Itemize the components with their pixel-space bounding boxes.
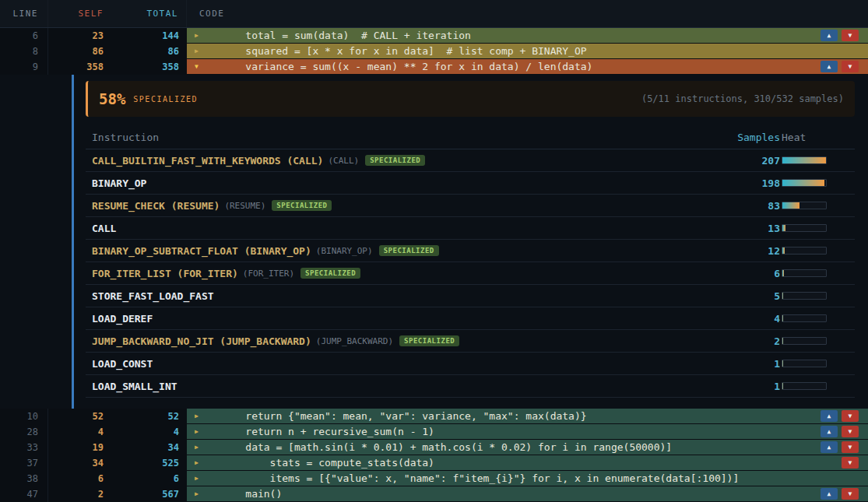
specialized-badge: SPECIALIZED	[379, 245, 439, 256]
self-samples: 86	[48, 44, 113, 59]
column-header-instruction: Instruction	[92, 132, 726, 143]
self-samples: 358	[48, 59, 113, 75]
code-row-line-10[interactable]: 10 52 52 ▶ return {"mean": mean, "var": …	[0, 409, 868, 424]
move-up-button[interactable]: ▲	[821, 488, 838, 500]
expand-toggle-icon[interactable]: ▶	[195, 440, 207, 455]
self-samples: 4	[48, 424, 113, 440]
move-up-button[interactable]: ▲	[821, 426, 838, 437]
instruction-base-opcode: (FOR_ITER)	[243, 269, 294, 279]
expand-toggle-icon[interactable]: ▶	[195, 28, 207, 44]
line-number: 10	[0, 409, 48, 424]
move-up-button[interactable]: ▲	[821, 441, 838, 453]
row-buttons: ▲ ▼	[821, 441, 859, 453]
code-rows-top: 6 23 144 ▶ total = sum(data) # CALL + it…	[0, 28, 868, 75]
column-header-samples: Samples	[726, 132, 780, 143]
instruction-samples: 6	[726, 268, 780, 279]
instruction-base-opcode: (JUMP_BACKWARD)	[316, 336, 393, 346]
instruction-rows: CALL_BUILTIN_FAST_WITH_KEYWORDS (CALL) (…	[86, 149, 855, 398]
instruction-samples: 5	[726, 290, 780, 302]
instruction-row: BINARY_OP_SUBTRACT_FLOAT (BINARY_OP) (BI…	[86, 240, 855, 262]
code-row-line-9[interactable]: 9 358 358 ▼ variance = sum((x - mean) **…	[0, 59, 868, 75]
line-number: 38	[0, 471, 48, 486]
code-text: variance = sum((x - mean) ** 2 for x in …	[221, 59, 592, 75]
move-down-button[interactable]: ▼	[842, 61, 859, 72]
instruction-name: LOAD_SMALL_INT	[92, 381, 177, 392]
code-text: return n + recursive_sum(n - 1)	[221, 424, 434, 440]
specialized-badge: SPECIALIZED	[272, 200, 332, 211]
code-row-line-33[interactable]: 33 19 34 ▶ data = [math.sin(i * 0.01) + …	[0, 440, 868, 455]
heat-bar-fill	[782, 293, 783, 299]
code-rows-bottom: 10 52 52 ▶ return {"mean": mean, "var": …	[0, 409, 868, 502]
code-text: stats = compute_stats(data)	[221, 455, 434, 471]
code-row-line-37[interactable]: 37 34 525 ▶ stats = compute_stats(data) …	[0, 455, 868, 471]
total-samples: 525	[113, 455, 187, 471]
instruction-samples: 1	[726, 381, 780, 392]
code-text: return {"mean": mean, "var": variance, "…	[221, 409, 587, 424]
line-number: 37	[0, 455, 48, 471]
total-samples: 52	[113, 409, 187, 424]
move-down-button[interactable]: ▼	[842, 426, 859, 437]
row-buttons: ▲ ▼	[821, 426, 859, 437]
heat-bar-fill	[782, 338, 783, 344]
code-row-line-47[interactable]: 47 2 567 ▶ main() ▲ ▼	[0, 486, 868, 502]
heat-bar-fill	[782, 180, 824, 186]
heat-bar-fill	[782, 270, 784, 276]
instruction-base-opcode: (RESUME)	[224, 201, 265, 211]
heat-bar	[782, 247, 827, 255]
total-samples: 4	[113, 424, 187, 440]
row-buttons: ▲ ▼	[821, 61, 859, 72]
code-cell: ▶ total = sum(data) # CALL + iteration ▲…	[187, 28, 868, 44]
column-header-heat: Heat	[780, 132, 849, 143]
total-samples: 567	[113, 486, 187, 502]
expand-toggle-icon[interactable]: ▼	[195, 59, 207, 75]
move-up-button[interactable]: ▲	[821, 30, 838, 41]
code-row-line-6[interactable]: 6 23 144 ▶ total = sum(data) # CALL + it…	[0, 28, 868, 44]
instruction-name: BINARY_OP	[92, 177, 146, 189]
profiler-app: LINE SELF TOTAL CODE 6 23 144 ▶ total = …	[0, 0, 868, 502]
total-samples: 34	[113, 440, 187, 455]
row-buttons: ▲ ▼	[821, 410, 859, 422]
expand-toggle-icon[interactable]: ▶	[195, 424, 207, 440]
instruction-name: CALL_BUILTIN_FAST_WITH_KEYWORDS (CALL)	[92, 155, 323, 167]
total-samples: 6	[113, 471, 187, 486]
column-header-total: TOTAL	[113, 0, 187, 27]
expand-toggle-icon[interactable]: ▶	[195, 44, 207, 59]
expand-toggle-icon[interactable]: ▶	[195, 409, 207, 424]
code-row-line-8[interactable]: 8 86 86 ▶ squared = [x * x for x in data…	[0, 44, 868, 59]
expand-toggle-icon[interactable]: ▶	[195, 455, 207, 471]
total-samples: 86	[113, 44, 187, 59]
move-down-button[interactable]: ▼	[842, 488, 859, 500]
instruction-table: Instruction Samples Heat CALL_BUILTIN_FA…	[86, 126, 855, 398]
instruction-name: BINARY_OP_SUBTRACT_FLOAT (BINARY_OP)	[92, 245, 311, 257]
instruction-row: CALL 13	[86, 217, 855, 240]
heat-bar	[782, 269, 827, 277]
self-samples: 23	[48, 28, 113, 44]
code-cell: ▼ variance = sum((x - mean) ** 2 for x i…	[187, 59, 868, 75]
move-up-button[interactable]: ▲	[821, 61, 838, 72]
expand-toggle-icon[interactable]: ▶	[195, 471, 207, 486]
total-samples: 144	[113, 28, 187, 44]
move-down-button[interactable]: ▼	[842, 410, 859, 422]
total-samples: 358	[113, 59, 187, 75]
expand-toggle-icon[interactable]: ▶	[195, 486, 207, 502]
instruction-row: CALL_BUILTIN_FAST_WITH_KEYWORDS (CALL) (…	[86, 149, 855, 172]
heat-bar-fill	[782, 360, 783, 367]
code-row-line-28[interactable]: 28 4 4 ▶ return n + recursive_sum(n - 1)…	[0, 424, 868, 440]
move-down-button[interactable]: ▼	[842, 30, 859, 41]
heat-bar	[782, 382, 827, 390]
instruction-row: JUMP_BACKWARD_NO_JIT (JUMP_BACKWARD) (JU…	[86, 330, 855, 353]
instruction-name: LOAD_DEREF	[92, 313, 153, 325]
row-buttons: ▲ ▼	[821, 30, 859, 41]
code-text: items = [{"value": x, "name": f"item_{i}…	[221, 471, 739, 486]
heat-bar	[782, 156, 827, 164]
self-samples: 34	[48, 455, 113, 471]
code-text: main()	[221, 486, 282, 502]
move-down-button[interactable]: ▼	[842, 441, 859, 453]
move-down-button[interactable]: ▼	[842, 457, 859, 469]
heat-bar	[782, 292, 827, 300]
code-text: data = [math.sin(i * 0.01) + math.cos(i …	[221, 440, 672, 455]
move-up-button[interactable]: ▲	[821, 410, 838, 422]
code-row-line-38[interactable]: 38 6 6 ▶ items = [{"value": x, "name": f…	[0, 471, 868, 486]
code-cell: ▶ return n + recursive_sum(n - 1) ▲ ▼	[187, 424, 868, 440]
heat-bar-fill	[782, 202, 799, 209]
